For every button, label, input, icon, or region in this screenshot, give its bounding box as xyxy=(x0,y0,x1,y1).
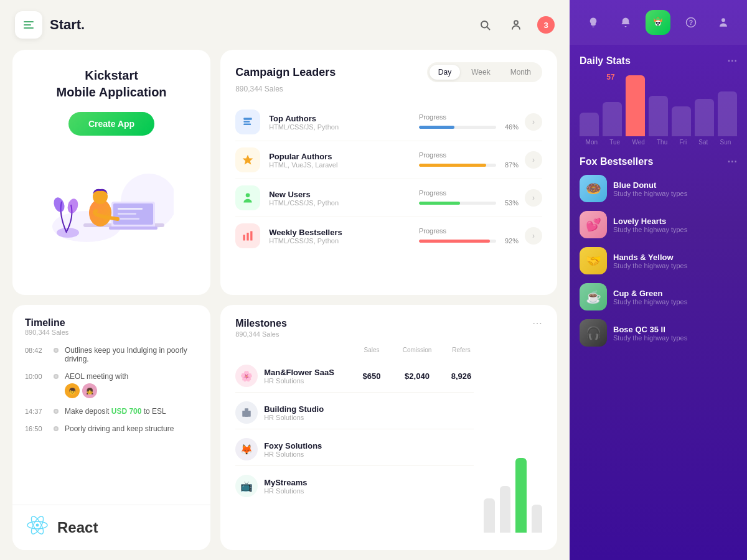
svg-line-1 xyxy=(487,27,489,29)
daily-stats-menu[interactable]: ⋯ xyxy=(727,55,737,67)
svg-point-37 xyxy=(659,22,660,24)
chart-day-thu: Thu xyxy=(657,139,667,146)
chart-bar-sun xyxy=(718,91,737,136)
ms-refers-manflower: 8,926 xyxy=(449,371,474,381)
svg-marker-39 xyxy=(656,17,661,20)
chart-day-sun: Sun xyxy=(720,139,731,146)
ms-commission-manflower: $2,040 xyxy=(400,371,434,381)
svg-point-42 xyxy=(721,18,725,22)
milestones-chart xyxy=(474,347,542,538)
campaign-row-popular-authors: Popular Authors HTML, VueJS, Laravel Pro… xyxy=(235,141,542,179)
svg-rect-11 xyxy=(109,226,157,230)
timeline-dot xyxy=(54,409,59,414)
header-actions: 3 xyxy=(475,15,555,35)
sidebar-icon-help[interactable]: ? xyxy=(679,10,703,35)
app-title: Start. xyxy=(50,17,85,33)
popular-authors-arrow[interactable]: › xyxy=(525,151,542,169)
top-authors-arrow[interactable]: › xyxy=(525,113,542,131)
ms-sales-manflower: $650 xyxy=(358,371,385,381)
ms-name-building: Building Studio xyxy=(264,404,352,414)
campaign-title: Campaign Leaders xyxy=(235,66,336,79)
fox-bestsellers-title: Fox Bestsellers ⋯ xyxy=(580,156,737,167)
bestseller-sub-cup-green: Study the highway types xyxy=(613,298,687,306)
top-authors-tech: HTML/CSS/JS, Python xyxy=(269,123,419,131)
timeline-dot xyxy=(54,426,59,431)
react-icon xyxy=(25,513,50,543)
timeline-dot xyxy=(54,374,59,379)
new-users-tech: HTML/CSS/JS, Python xyxy=(269,199,419,207)
timeline-item-1437: 14:37 Make deposit USD 700 to ESL xyxy=(25,407,198,416)
ms-icon-building xyxy=(235,401,258,424)
svg-point-2 xyxy=(514,21,518,24)
new-users-icon xyxy=(235,185,260,210)
chart-bar-tue xyxy=(603,102,622,136)
popular-authors-progress: Progress 87% xyxy=(419,151,519,169)
logo-line xyxy=(24,24,31,26)
bestseller-thumb-blue-donut: 🍩 xyxy=(580,175,607,202)
timeline-item-0842: 08:42 Outlines keep you Indulging in poo… xyxy=(25,346,198,363)
chart-day-fri: Fri xyxy=(679,139,687,146)
weekly-bestsellers-arrow[interactable]: › xyxy=(525,227,542,245)
bestseller-lovely-hearts[interactable]: 💕 Lovely Hearts Study the highway types xyxy=(580,211,737,238)
chart-day-wed: Wed xyxy=(632,139,644,146)
bestseller-thumb-cup-green: ☕ xyxy=(580,283,607,310)
react-label: React xyxy=(57,519,98,536)
logo-lines xyxy=(24,21,34,29)
sidebar-icon-lightbulb[interactable] xyxy=(581,10,606,35)
content-grid: Kickstart Mobile Application Create App xyxy=(0,50,570,560)
main-area: Start. 3 Kickstart Mobile Application xyxy=(0,0,570,560)
svg-rect-12 xyxy=(118,208,143,210)
bestseller-name-blue-donut: Blue Donut xyxy=(613,180,687,190)
top-authors-progress: Progress 46% xyxy=(419,113,519,131)
bestseller-name-hands-yellow: Hands & Yellow xyxy=(613,253,687,262)
chart-bar-sat xyxy=(695,99,714,136)
milestones-menu[interactable]: ⋯ xyxy=(532,317,542,329)
svg-rect-24 xyxy=(250,231,252,241)
bestseller-cup-green[interactable]: ☕ Cup & Green Study the highway types xyxy=(580,283,737,310)
svg-rect-14 xyxy=(118,218,139,220)
new-users-info: New Users HTML/CSS/JS, Python xyxy=(269,190,419,207)
svg-rect-17 xyxy=(243,118,251,119)
top-authors-info: Top Authors HTML/CSS/JS, Python xyxy=(269,114,419,131)
avatar-1: 👦 xyxy=(65,383,80,398)
header-logo: Start. xyxy=(15,11,85,39)
ms-row-building: Building Studio HR Solutions xyxy=(235,396,474,429)
user-icon[interactable] xyxy=(506,15,526,35)
chart-bar-fri xyxy=(672,106,691,136)
sidebar-nav-icons: ? xyxy=(570,0,747,45)
bestseller-bose-qc35[interactable]: 🎧 Bose QC 35 II Study the highway types xyxy=(580,319,737,347)
bestseller-hands-yellow[interactable]: 🤝 Hands & Yellow Study the highway types xyxy=(580,247,737,274)
tab-month[interactable]: Month xyxy=(502,65,540,80)
tab-day[interactable]: Day xyxy=(430,65,460,80)
col-sales: Sales xyxy=(358,347,385,353)
time-tabs: Day Week Month xyxy=(427,62,542,82)
create-app-button[interactable]: Create App xyxy=(68,112,154,136)
react-badge: React xyxy=(12,505,210,550)
sidebar-icon-user[interactable] xyxy=(711,10,736,35)
weekly-bestsellers-icon xyxy=(235,223,260,248)
ms-sub-building: HR Solutions xyxy=(264,414,352,421)
timeline-time: 16:50 xyxy=(25,424,47,432)
new-users-arrow[interactable]: › xyxy=(525,189,542,207)
ms-icon-manflower: 🌸 xyxy=(235,365,258,387)
chart-day-sat: Sat xyxy=(698,139,708,146)
logo-line xyxy=(24,27,34,29)
bestseller-sub-blue-donut: Study the highway types xyxy=(613,190,687,197)
timeline-item-1650: 16:50 Poorly driving and keep structure xyxy=(25,424,198,433)
fox-bestsellers-menu[interactable]: ⋯ xyxy=(727,156,737,167)
notification-badge[interactable]: 3 xyxy=(537,16,555,34)
sidebar-icon-notification[interactable] xyxy=(613,10,638,35)
svg-rect-19 xyxy=(243,124,251,126)
tab-week[interactable]: Week xyxy=(463,65,499,80)
svg-point-38 xyxy=(657,24,659,26)
svg-marker-33 xyxy=(654,17,656,22)
chart-bar-mon xyxy=(580,113,599,136)
svg-marker-34 xyxy=(660,17,662,22)
sidebar-icon-fox[interactable] xyxy=(646,10,670,35)
top-authors-icon xyxy=(235,110,260,134)
top-authors-name: Top Authors xyxy=(269,114,419,123)
header: Start. 3 xyxy=(0,0,570,50)
milestones-header: Milestones ⋯ xyxy=(235,317,542,329)
search-icon[interactable] xyxy=(475,15,495,35)
bestseller-blue-donut[interactable]: 🍩 Blue Donut Study the highway types xyxy=(580,175,737,202)
